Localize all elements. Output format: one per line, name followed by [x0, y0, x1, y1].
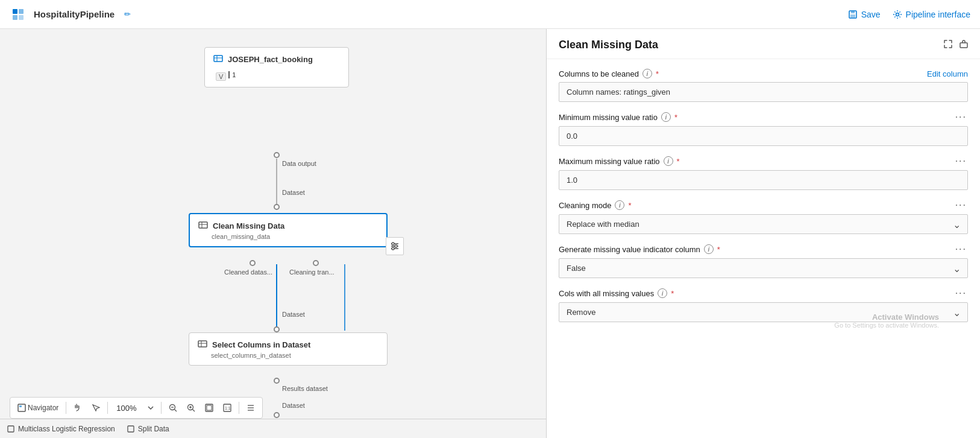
- zoom-100-button[interactable]: 1:1: [221, 402, 234, 413]
- field-generate-indicator-dots[interactable]: ···: [954, 244, 968, 255]
- node-joseph-title: JOSEPH_fact_booking: [228, 55, 313, 64]
- save-button[interactable]: Save: [848, 10, 881, 19]
- hand-icon: [74, 404, 82, 412]
- svg-rect-42: [960, 43, 967, 48]
- field-cols-all-missing-dots[interactable]: ···: [954, 288, 968, 299]
- zoom-out-button[interactable]: [166, 402, 180, 413]
- cursor-icon: [92, 404, 100, 412]
- zoom-value: 100%: [113, 404, 140, 413]
- field-max-ratio-info-icon[interactable]: i: [664, 156, 673, 166]
- svg-rect-40: [8, 426, 14, 432]
- field-min-ratio-info-icon[interactable]: i: [661, 112, 671, 122]
- field-max-ratio-label: Maximum missing value ratio i *: [559, 156, 680, 166]
- field-generate-indicator-info-icon[interactable]: i: [704, 244, 714, 254]
- toolbar-sep-1: [66, 402, 66, 414]
- pointer-tool-button[interactable]: [89, 402, 102, 413]
- settings-layout-button[interactable]: [244, 402, 257, 413]
- field-columns-actions: Edit column: [927, 69, 968, 78]
- cleaning-mode-select[interactable]: Replace with median Replace with mean Re…: [559, 214, 968, 234]
- field-cols-all-missing-label-row: Cols with all missing values i * ···: [559, 288, 968, 299]
- node-settings-icon[interactable]: [386, 237, 404, 255]
- field-min-ratio-label: Minimum missing value ratio i *: [559, 112, 677, 122]
- right-panel: Clean Missing Data: [546, 29, 980, 438]
- cols-all-missing-select-wrapper: Remove Keep Activate Windows Go to Setti…: [559, 302, 968, 322]
- close-icon[interactable]: [960, 40, 968, 50]
- field-cols-all-missing-required: *: [671, 289, 674, 298]
- activate-windows-sub: Go to Settings to activate Windows.: [834, 322, 939, 329]
- svg-point-18: [392, 243, 394, 245]
- zoom-dropdown-button[interactable]: [145, 405, 156, 411]
- node-joseph[interactable]: JOSEPH_fact_booking V 1: [204, 47, 349, 87]
- field-max-ratio: Maximum missing value ratio i * ···: [559, 156, 968, 190]
- field-generate-indicator-label-row: Generate missing value indicator column …: [559, 244, 968, 255]
- columns-to-clean-input[interactable]: [559, 82, 968, 102]
- svg-rect-9: [214, 56, 222, 62]
- node-select-columns[interactable]: Select Columns in Dataset select_columns…: [189, 332, 388, 366]
- connector-results-label: Results dataset: [282, 385, 328, 392]
- panel-header: Clean Missing Data: [547, 29, 980, 59]
- fit-view-icon: [205, 404, 213, 412]
- field-generate-indicator-required: *: [717, 245, 720, 254]
- pipeline-interface-label: Pipeline interface: [906, 10, 970, 19]
- generate-indicator-select[interactable]: False True: [559, 258, 968, 278]
- clean-icon: [198, 220, 208, 232]
- zoom-in-button[interactable]: [184, 402, 198, 413]
- field-columns-info-icon[interactable]: i: [642, 69, 652, 78]
- expand-icon[interactable]: [944, 40, 952, 50]
- svg-point-19: [395, 245, 397, 247]
- max-ratio-input[interactable]: [559, 170, 968, 190]
- select-columns-icon: [198, 339, 207, 351]
- field-columns-to-clean: Columns to be cleaned i * Edit column: [559, 69, 968, 102]
- panel-title: Clean Missing Data: [559, 39, 658, 51]
- zoom-in-icon: [187, 404, 195, 412]
- connector-dataset-select-input: [274, 326, 280, 332]
- connector-cleaning-tran-output: [313, 260, 319, 266]
- connector-results-output: [274, 378, 280, 384]
- connector-dataset-input-label: Dataset: [282, 189, 305, 196]
- field-generate-indicator-label-text: Generate missing value indicator column: [559, 245, 700, 254]
- pipeline-interface-button[interactable]: Pipeline interface: [893, 10, 970, 19]
- svg-rect-1: [19, 9, 24, 14]
- field-cleaning-mode-label-text: Cleaning mode: [559, 201, 611, 210]
- svg-rect-6: [850, 14, 855, 17]
- field-min-ratio-label-row: Minimum missing value ratio i * ···: [559, 112, 968, 122]
- svg-rect-3: [19, 15, 24, 20]
- field-cleaning-mode-info-icon[interactable]: i: [615, 200, 624, 210]
- navigator-button[interactable]: Navigator: [15, 402, 61, 413]
- svg-rect-24: [18, 404, 25, 411]
- fit-view-button[interactable]: [203, 402, 216, 413]
- field-cleaning-mode-dots[interactable]: ···: [954, 200, 968, 211]
- min-ratio-input[interactable]: [559, 126, 968, 146]
- connector-cleaning-tran-label: Cleaning tran...: [289, 268, 335, 276]
- connector-data-output-label: Data output: [282, 160, 316, 167]
- node-icon-small: [7, 425, 14, 433]
- bottom-node-multiclass: Multiclass Logistic Regression: [7, 425, 115, 433]
- field-cols-all-missing-info-icon[interactable]: i: [658, 288, 667, 298]
- pipeline-title: HospitalityPipeline: [34, 9, 115, 19]
- toolbar-sep-2: [107, 402, 108, 414]
- field-min-ratio: Minimum missing value ratio i * ···: [559, 112, 968, 146]
- svg-text:1:1: 1:1: [225, 406, 231, 410]
- svg-line-30: [192, 410, 195, 412]
- field-max-ratio-dots[interactable]: ···: [954, 156, 968, 167]
- node-clean-missing-header: Clean Missing Data: [198, 220, 378, 232]
- connector-cleaned-label: Cleaned datas...: [224, 268, 272, 276]
- node-icon-small-2: [127, 425, 134, 433]
- edit-column-link[interactable]: Edit column: [927, 69, 968, 78]
- node-clean-missing[interactable]: Clean Missing Data clean_missing_data: [189, 213, 388, 247]
- panel-body: Columns to be cleaned i * Edit column Mi…: [547, 59, 980, 332]
- field-max-ratio-label-row: Maximum missing value ratio i * ···: [559, 156, 968, 167]
- field-cleaning-mode: Cleaning mode i * ··· Replace with media…: [559, 200, 968, 234]
- canvas-area: JOSEPH_fact_booking V 1 Data output Data…: [0, 29, 546, 438]
- node-select-columns-header: Select Columns in Dataset: [198, 339, 378, 351]
- edit-title-icon[interactable]: ✏: [124, 10, 131, 19]
- connector-cleaned-output: [250, 260, 256, 266]
- cleaning-mode-select-wrapper: Replace with median Replace with mean Re…: [559, 214, 968, 234]
- navigator-icon: [17, 404, 26, 412]
- table-icon: [213, 54, 223, 65]
- field-min-ratio-dots[interactable]: ···: [954, 112, 968, 122]
- hand-tool-button[interactable]: [71, 402, 84, 413]
- cols-all-missing-select[interactable]: Remove Keep: [559, 302, 968, 322]
- field-cleaning-mode-required: *: [628, 201, 631, 210]
- chevron-down-icon: [148, 406, 154, 410]
